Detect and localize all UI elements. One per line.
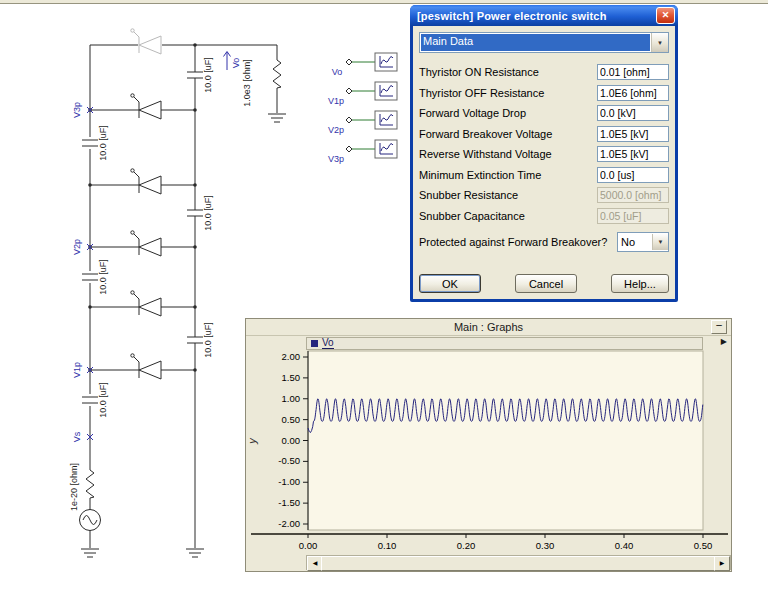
y-tick-label: 0.00 xyxy=(282,435,301,446)
dialog-title: [peswitch] Power electronic switch xyxy=(417,10,656,22)
param-input-snubber-capacitance xyxy=(597,208,669,224)
param-row: Forward Breakover Voltage xyxy=(419,124,669,145)
thyristor[interactable] xyxy=(131,94,161,119)
close-button[interactable]: ✕ xyxy=(656,7,675,24)
capacitor[interactable] xyxy=(82,397,98,403)
category-dropdown-button[interactable]: ▼ xyxy=(651,33,668,52)
param-row: Snubber Capacitance xyxy=(419,206,669,227)
node-label[interactable]: V2p xyxy=(72,239,82,255)
capacitor[interactable] xyxy=(187,72,203,78)
protect-selected-value: No xyxy=(618,236,652,248)
ground-symbol xyxy=(81,549,99,557)
y-tick-label: -0.50 xyxy=(278,455,300,466)
param-label: Reverse Withstand Voltage xyxy=(419,148,597,160)
thyristor[interactable] xyxy=(131,291,161,316)
capacitor[interactable] xyxy=(82,274,98,280)
param-input-reverse-withstand-voltage[interactable] xyxy=(597,146,669,162)
param-label: Snubber Resistance xyxy=(419,189,597,201)
wire-junctions xyxy=(88,43,197,372)
legend-swatch-vo xyxy=(311,340,318,347)
scroll-right-icon[interactable]: ▶ xyxy=(714,556,730,571)
capacitor-value-label: 10.0 [uF] xyxy=(203,57,213,93)
x-tick-label: 0.00 xyxy=(299,540,318,551)
ac-source[interactable] xyxy=(80,510,101,531)
param-row: Reverse Withstand Voltage xyxy=(419,144,669,165)
param-input-forward-voltage-drop[interactable] xyxy=(597,105,669,121)
y-tick-label: 0.50 xyxy=(282,414,301,425)
load-resistor-label: 1.0e3 [ohm] xyxy=(242,59,252,107)
y-tick-label: 1.00 xyxy=(282,393,301,404)
param-label: Forward Breakover Voltage xyxy=(419,128,597,140)
close-icon: ✕ xyxy=(662,10,670,20)
channel-label: Vo xyxy=(332,67,343,77)
load-resistor[interactable] xyxy=(273,58,281,90)
thyristor-ghost[interactable] xyxy=(131,29,161,54)
peswitch-dialog: [peswitch] Power electronic switch ✕ Mai… xyxy=(410,5,678,302)
param-input-thyristor-off-resistance[interactable] xyxy=(597,85,669,101)
capacitor-value-label: 10.0 [uF] xyxy=(98,382,108,418)
protect-breakover-select[interactable]: No ▼ xyxy=(617,232,669,252)
vo-plot: 2.001.501.000.500.00-0.50-1.00-1.50-2.00… xyxy=(246,319,733,573)
param-label: Protected against Forward Breakover? xyxy=(419,236,617,248)
dialog-titlebar[interactable]: [peswitch] Power electronic switch ✕ xyxy=(410,5,678,26)
category-selected-value: Main Data xyxy=(421,34,650,51)
cancel-button[interactable]: Cancel xyxy=(515,274,577,293)
capacitor[interactable] xyxy=(82,140,98,146)
param-row: Thyristor OFF Resistance xyxy=(419,83,669,104)
chevron-down-icon: ▼ xyxy=(658,239,664,245)
channel-label: V2p xyxy=(328,125,344,135)
y-tick-label: 2.00 xyxy=(282,351,301,362)
param-input-forward-breakover-voltage[interactable] xyxy=(597,126,669,142)
legend-item-vo[interactable]: Vo xyxy=(322,338,334,349)
param-label: Thyristor ON Resistance xyxy=(419,66,597,78)
channel-label: V1p xyxy=(328,96,344,106)
dialog-body: Main Data ▼ Thyristor ON Resistance Thyr… xyxy=(413,26,675,299)
param-row: Forward Voltage Drop xyxy=(419,103,669,124)
scrollbar-thumb[interactable] xyxy=(321,556,715,571)
capacitor-value-label: 10.0 [uF] xyxy=(203,322,213,358)
output-channel-v1p[interactable]: V1p xyxy=(328,82,397,106)
dialog-button-row: OK Cancel Help... xyxy=(419,274,669,293)
graph-window: Main : Graphs – ▶ 2.001.501.000.500.00-0… xyxy=(245,318,732,572)
node-label[interactable]: V3p xyxy=(72,102,82,118)
source-resistor[interactable] xyxy=(86,468,94,500)
plot-area xyxy=(308,351,703,530)
protect-dropdown-button[interactable]: ▼ xyxy=(652,234,668,250)
capacitor-value-label: 10.0 [uF] xyxy=(203,195,213,231)
x-tick-label: 0.20 xyxy=(457,540,476,551)
help-button[interactable]: Help... xyxy=(611,274,669,293)
x-tick-label: 0.50 xyxy=(694,540,713,551)
param-label: Snubber Capacitance xyxy=(419,210,597,222)
capacitor[interactable] xyxy=(187,210,203,216)
ground-symbol xyxy=(186,549,204,557)
x-tick-label: 0.30 xyxy=(536,540,555,551)
source-resistor-label: 1e-20 [ohm] xyxy=(69,463,79,511)
capacitor-value-label: 10.0 [uF] xyxy=(98,125,108,161)
param-label: Forward Voltage Drop xyxy=(419,107,597,119)
capacitor[interactable] xyxy=(187,337,203,343)
output-channel-v3p[interactable]: V3p xyxy=(328,140,397,164)
param-label: Thyristor OFF Resistance xyxy=(419,87,597,99)
channel-label: V3p xyxy=(328,154,344,164)
node-label[interactable]: Vo xyxy=(231,58,241,69)
category-select[interactable]: Main Data ▼ xyxy=(419,32,669,53)
x-tick-label: 0.10 xyxy=(378,540,397,551)
y-tick-label: -1.50 xyxy=(278,497,300,508)
node-label[interactable]: Vs xyxy=(72,431,82,442)
param-input-thyristor-on-resistance[interactable] xyxy=(597,64,669,80)
thyristor[interactable] xyxy=(131,231,161,256)
ok-button[interactable]: OK xyxy=(419,274,481,293)
param-row: Thyristor ON Resistance xyxy=(419,62,669,83)
thyristor[interactable] xyxy=(131,169,161,194)
time-scrollbar[interactable]: ◀ ▶ xyxy=(306,555,731,570)
param-row: Protected against Forward Breakover? No … xyxy=(419,232,669,252)
param-input-minimum-extinction-time[interactable] xyxy=(597,167,669,183)
node-label[interactable]: V1p xyxy=(72,362,82,378)
y-tick-label: -1.00 xyxy=(278,476,300,487)
y-axis-label: y xyxy=(246,437,258,445)
param-row: Snubber Resistance xyxy=(419,185,669,206)
thyristor[interactable] xyxy=(131,354,161,379)
output-channel-vo[interactable]: Vo xyxy=(332,53,397,77)
output-channel-v2p[interactable]: V2p xyxy=(328,111,397,135)
vo-voltmeter: Vo xyxy=(224,52,242,71)
